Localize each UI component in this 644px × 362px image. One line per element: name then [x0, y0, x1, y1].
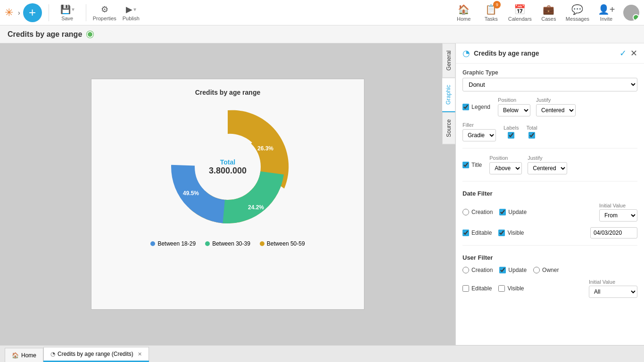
- donut-center: Total 3.800.000: [209, 158, 247, 176]
- tab-credits[interactable]: ◔ Credits by age range (Credits) ✕: [43, 347, 149, 361]
- date-visible-label: Visible: [507, 230, 524, 236]
- breadcrumb-arrow-icon: ›: [18, 9, 20, 16]
- date-editable-checkbox[interactable]: [462, 230, 469, 236]
- date-update-checkbox[interactable]: [499, 209, 506, 215]
- panel-confirm-button[interactable]: ✓: [619, 48, 627, 58]
- legend-checkbox[interactable]: [462, 104, 469, 110]
- user-all-select[interactable]: AllCurrent UserDepartment: [589, 286, 637, 298]
- nav-tasks[interactable]: 📋 9 Tasks: [481, 4, 502, 22]
- tasks-icon: 📋 9: [485, 4, 497, 15]
- user-editable-checkbox[interactable]: [462, 285, 469, 292]
- toolbar-left: ✳ › + 💾 ▾ Save ⚙ Properties ▶ ▾ Publish: [5, 3, 143, 22]
- messages-icon: 💬: [571, 4, 583, 15]
- date-creation-item: Creation: [462, 209, 493, 215]
- labels-col: Labels: [504, 125, 519, 139]
- user-owner-label: Owner: [542, 267, 559, 273]
- title-section: Title Position AboveBelow Justify Center…: [462, 155, 637, 174]
- title-checkbox-row: Title: [462, 162, 482, 168]
- tab-credits-label: Credits by age range (Credits): [58, 351, 133, 357]
- date-creation-radio[interactable]: [462, 209, 469, 215]
- user-creation-radio[interactable]: [462, 267, 469, 273]
- graphic-type-select[interactable]: Donut Pie Bar Line: [462, 78, 637, 91]
- title-justify-label: Justify: [528, 155, 567, 161]
- page-title: Credits by age range: [8, 30, 82, 39]
- save-action-row: 💾 ▾: [60, 4, 74, 15]
- user-initial-value-col: Initial Value AllCurrent UserDepartment: [589, 279, 637, 298]
- date-value-input[interactable]: [590, 227, 637, 239]
- properties-label: Properties: [93, 16, 116, 21]
- legend-section: Legend Position BelowAboveLeftRight Just…: [462, 97, 637, 116]
- title-position-label: Position: [489, 155, 522, 161]
- publish-label: Publish: [123, 16, 140, 21]
- total-checkbox[interactable]: [528, 132, 535, 139]
- total-value: 3.800.000: [209, 166, 247, 176]
- calendars-icon: 📅: [514, 4, 526, 15]
- legend-checkbox-label: Legend: [471, 104, 490, 110]
- date-update-label: Update: [508, 209, 527, 215]
- user-visible-checkbox[interactable]: [498, 285, 505, 292]
- chart-container: Credits by age range: [91, 79, 364, 310]
- date-filter-row1: Creation Update Initial Value FromToBetw…: [462, 203, 637, 222]
- divider2: [462, 181, 637, 181]
- tab-graphic[interactable]: Graphic: [442, 78, 455, 112]
- user-creation-item: Creation: [462, 267, 493, 273]
- title-position-row: Position AboveBelow Justify CenteredLeft…: [489, 155, 567, 174]
- nav-calendars[interactable]: 📅 Calendars: [508, 4, 532, 22]
- avatar[interactable]: [623, 5, 639, 21]
- title-position-select[interactable]: AboveBelow: [489, 162, 522, 174]
- cases-icon: 💼: [543, 4, 554, 15]
- tasks-badge: 9: [493, 1, 501, 8]
- tab-home-icon: 🏠: [12, 352, 19, 359]
- chart-area: Credits by age range: [0, 43, 455, 345]
- nav-messages[interactable]: 💬 Messages: [566, 4, 589, 22]
- tab-credits-close[interactable]: ✕: [138, 351, 142, 357]
- add-button[interactable]: +: [23, 3, 42, 22]
- date-filter-title: Date Filter: [462, 190, 637, 197]
- filler-section: Filler GradieSolid Labels Total: [462, 122, 637, 141]
- tab-home-label: Home: [21, 352, 36, 359]
- user-update-label: Update: [508, 267, 527, 273]
- legend-label-blue: Between 18-29: [157, 240, 196, 247]
- save-action[interactable]: 💾 ▾ Save: [56, 4, 79, 21]
- initial-value-col: Initial Value FromToBetween: [599, 203, 637, 222]
- user-owner-radio[interactable]: [533, 267, 540, 273]
- filler-select[interactable]: GradieSolid: [462, 129, 496, 141]
- title-checkbox[interactable]: [462, 162, 469, 168]
- main-content: Credits by age range: [0, 43, 644, 345]
- tab-credits-icon: ◔: [50, 351, 55, 357]
- date-radio-group: Creation Update: [462, 209, 527, 215]
- nav-home[interactable]: 🏠 Home: [454, 4, 474, 22]
- tab-source[interactable]: Source: [442, 112, 455, 144]
- title-justify-select[interactable]: CenteredLeftRight: [528, 162, 567, 174]
- publish-action[interactable]: ▶ ▾ Publish: [119, 4, 143, 21]
- date-from-select[interactable]: FromToBetween: [599, 209, 637, 222]
- chart-legend: Between 18-29 Between 30-39 Between 50-5…: [150, 240, 305, 247]
- nav-invite[interactable]: 👤+ Invite: [596, 4, 617, 22]
- nav-cases[interactable]: 💼 Cases: [538, 4, 559, 22]
- justify-select[interactable]: CenteredLeftRight: [536, 104, 576, 116]
- panel-close-button[interactable]: ✕: [630, 48, 637, 58]
- position-select[interactable]: BelowAboveLeftRight: [498, 104, 530, 116]
- app-logo-icon: ✳: [5, 7, 13, 19]
- panel-body: Graphic Type Donut Pie Bar Line Legend P…: [456, 64, 644, 304]
- tab-general[interactable]: General: [442, 43, 455, 78]
- donut-chart: 26.3% 24.2% 49.5% Total 3.800.000: [162, 101, 294, 233]
- tab-home[interactable]: 🏠 Home: [5, 348, 43, 362]
- total-col: Total: [526, 125, 537, 139]
- labels-checkbox[interactable]: [508, 132, 514, 139]
- justify-col: Justify CenteredLeftRight: [536, 97, 576, 116]
- page-titlebar: Credits by age range: [0, 25, 644, 43]
- user-filter-title: User Filter: [462, 254, 637, 261]
- user-update-item: Update: [499, 267, 527, 273]
- filler-col: Filler GradieSolid: [462, 122, 496, 141]
- invite-label: Invite: [600, 16, 612, 22]
- cases-label: Cases: [541, 16, 556, 22]
- user-owner-item: Owner: [533, 267, 559, 273]
- user-edit-visible: Editable Visible: [462, 285, 524, 292]
- user-update-checkbox[interactable]: [499, 267, 506, 273]
- legend-checkbox-row: Legend: [462, 104, 490, 110]
- properties-action[interactable]: ⚙ Properties: [93, 4, 116, 21]
- date-visible-checkbox[interactable]: [498, 230, 505, 236]
- title-justify-col: Justify CenteredLeftRight: [528, 155, 567, 174]
- toolbar-right: 🏠 Home 📋 9 Tasks 📅 Calendars 💼 Cases 💬 M…: [454, 4, 639, 22]
